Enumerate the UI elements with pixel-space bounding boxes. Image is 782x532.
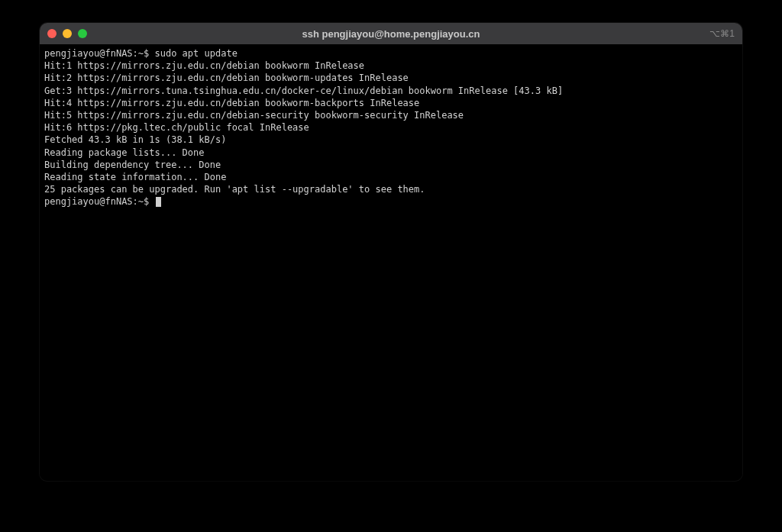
session-indicator: ⌥⌘1 <box>709 28 735 39</box>
output-line: Hit:6 https://pkg.ltec.ch/public focal I… <box>44 121 738 134</box>
output-line: Hit:4 https://mirrors.zju.edu.cn/debian … <box>44 97 738 109</box>
maximize-button[interactable] <box>78 29 87 38</box>
shell-prompt: pengjiayou@fnNAS:~$ <box>44 47 155 60</box>
output-line: Fetched 43.3 kB in 1s (38.1 kB/s) <box>44 134 738 146</box>
output-line: Building dependency tree... Done <box>44 159 738 171</box>
output-line: Reading state information... Done <box>44 171 738 183</box>
command-line: pengjiayou@fnNAS:~$ sudo apt update <box>44 47 738 60</box>
output-line: 25 packages can be upgraded. Run 'apt li… <box>44 183 738 195</box>
terminal-body[interactable]: pengjiayou@fnNAS:~$ sudo apt update Hit:… <box>40 44 742 481</box>
terminal-window: ssh pengjiayou@home.pengjiayou.cn ⌥⌘1 pe… <box>40 23 742 481</box>
output-line: Hit:1 https://mirrors.zju.edu.cn/debian … <box>44 60 738 72</box>
cursor-icon <box>156 197 161 207</box>
active-prompt-line: pengjiayou@fnNAS:~$ <box>44 195 738 208</box>
command-text: sudo apt update <box>155 47 238 60</box>
output-line: Hit:5 https://mirrors.zju.edu.cn/debian-… <box>44 109 738 121</box>
shell-prompt: pengjiayou@fnNAS:~$ <box>44 195 155 208</box>
output-line: Reading package lists... Done <box>44 147 738 159</box>
output-line: Get:3 https://mirrors.tuna.tsinghua.edu.… <box>44 85 738 97</box>
output-line: Hit:2 https://mirrors.zju.edu.cn/debian … <box>44 72 738 84</box>
traffic-lights <box>47 29 87 38</box>
minimize-button[interactable] <box>63 29 72 38</box>
titlebar[interactable]: ssh pengjiayou@home.pengjiayou.cn ⌥⌘1 <box>40 23 742 44</box>
window-title: ssh pengjiayou@home.pengjiayou.cn <box>302 28 480 40</box>
close-button[interactable] <box>47 29 57 38</box>
